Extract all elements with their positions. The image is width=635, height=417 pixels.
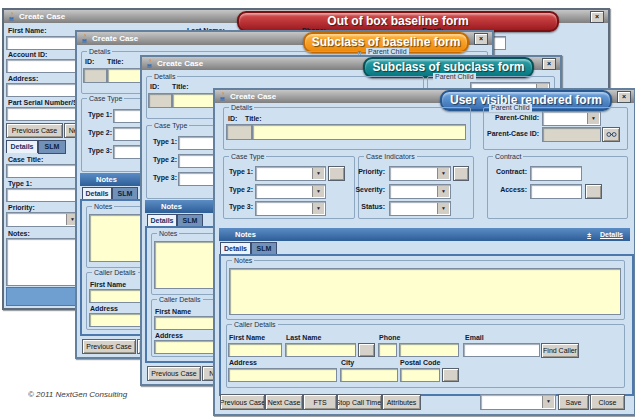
type3-label: Type 3:: [229, 203, 253, 211]
notes-textarea[interactable]: [6, 238, 78, 286]
close-icon[interactable]: ×: [474, 33, 488, 45]
stop-call-timer-button[interactable]: Stop Call Timer: [337, 394, 382, 410]
part-serial-input[interactable]: [6, 107, 78, 121]
id-label: ID:: [85, 58, 94, 66]
close-icon[interactable]: ×: [590, 11, 604, 23]
tab-details[interactable]: Details: [6, 140, 38, 153]
last-name-lookup-button[interactable]: [358, 343, 375, 357]
first-name-label: First Name:: [8, 27, 47, 35]
notes-section-header[interactable]: Notes ± Details: [219, 228, 630, 241]
chevron-down-icon[interactable]: ▼: [312, 203, 324, 214]
address-label: Address: [229, 359, 257, 367]
fts-button[interactable]: FTS: [303, 394, 337, 410]
priority-select[interactable]: ▼: [6, 212, 80, 227]
first-name-input[interactable]: [6, 36, 78, 50]
chevron-down-icon[interactable]: ▼: [312, 168, 324, 179]
type1-input[interactable]: [6, 188, 78, 202]
first-name-label: First Name: [229, 334, 265, 342]
severity-select[interactable]: ▼: [389, 184, 451, 199]
id-input: [226, 124, 252, 140]
title-label: Title:: [245, 115, 262, 123]
banner-out-of-box: Out of box baseline form: [237, 11, 559, 32]
case-title-input[interactable]: [6, 164, 78, 178]
details-group-label: Details: [87, 48, 112, 56]
type2-label: Type 2:: [229, 186, 253, 194]
close-button[interactable]: Close: [590, 394, 625, 410]
save-button[interactable]: Save: [558, 394, 589, 410]
title-input[interactable]: [252, 124, 466, 140]
notes-group-label: Notes: [157, 230, 179, 238]
postal-code-label: Postal Code: [400, 359, 440, 367]
priority-label: Priority:: [8, 204, 35, 212]
city-input[interactable]: [340, 368, 398, 382]
parent-child-group-label: Parent Child: [433, 73, 476, 81]
chevron-down-icon[interactable]: ▼: [542, 396, 554, 408]
chevron-down-icon[interactable]: ▼: [437, 203, 449, 214]
parent-case-id-label: Parent-Case ID:: [487, 130, 539, 138]
type1-label: Type 1:: [229, 168, 253, 176]
first-name-input[interactable]: [228, 343, 282, 357]
email-input[interactable]: [463, 343, 540, 357]
details-group-label: Details: [152, 73, 177, 81]
type1-label: Type 1:: [8, 180, 32, 188]
previous-case-button[interactable]: Previous Case: [82, 339, 136, 354]
previous-case-button[interactable]: Previous Case: [220, 394, 265, 410]
type2-select[interactable]: ▼: [255, 184, 326, 199]
phone-label: Phone: [379, 334, 400, 342]
notes-label: Notes:: [8, 230, 30, 238]
close-icon[interactable]: ×: [617, 91, 631, 103]
attributes-button[interactable]: Attributes: [382, 394, 421, 410]
postal-code-lookup-button[interactable]: [442, 368, 459, 382]
type2-label: Type 2:: [88, 129, 112, 137]
id-label: ID:: [228, 115, 237, 123]
phone-area-input[interactable]: [378, 343, 397, 357]
caller-details-group-label: Caller Details: [92, 269, 138, 277]
eyeglasses-icon: [606, 131, 617, 138]
account-id-input[interactable]: [6, 59, 78, 73]
parent-child-label: Parent-Child:: [487, 114, 539, 122]
find-caller-button[interactable]: Find Caller: [541, 343, 579, 358]
postal-code-input[interactable]: [400, 368, 440, 382]
last-name-input[interactable]: [285, 343, 356, 357]
previous-case-button[interactable]: Previous Case: [6, 123, 63, 138]
contract-input[interactable]: [530, 166, 582, 181]
phone-number-input[interactable]: [399, 343, 459, 357]
status-label: Status:: [335, 203, 385, 211]
type1-select[interactable]: ▼: [255, 166, 326, 181]
access-lookup-button[interactable]: [585, 184, 602, 199]
caller-details-group-label: Caller Details: [232, 321, 278, 329]
toolbar-select[interactable]: ▼: [480, 394, 556, 410]
notes-textarea[interactable]: [229, 268, 621, 315]
email-label: Email: [465, 334, 484, 342]
next-case-button[interactable]: Next Case: [265, 394, 303, 410]
priority-label: Priority:: [335, 168, 385, 176]
window-title: Create Case: [230, 92, 276, 101]
case-type-group-label: Case Type: [229, 153, 266, 161]
address-input[interactable]: [6, 83, 78, 97]
priority-select[interactable]: ▼: [389, 166, 451, 181]
first-name-label: First Name: [155, 308, 191, 316]
tab-slm[interactable]: SLM: [38, 140, 66, 154]
access-input[interactable]: [530, 184, 582, 199]
parent-child-select[interactable]: ▼: [542, 111, 601, 126]
type1-label: Type 1:: [153, 138, 177, 146]
lookup-parent-case-button[interactable]: [602, 127, 620, 142]
address-label: Address:: [8, 75, 38, 83]
address-input[interactable]: [228, 368, 337, 382]
notes-details-link[interactable]: Details: [600, 228, 623, 241]
close-icon[interactable]: ×: [542, 58, 556, 70]
chevron-down-icon[interactable]: ▼: [437, 186, 449, 197]
chevron-down-icon[interactable]: ▼: [587, 113, 599, 124]
notes-section-title: Notes: [219, 228, 587, 241]
chevron-down-icon[interactable]: ▼: [437, 168, 449, 179]
case-type-group-label: Case Type: [152, 122, 189, 130]
window-rendered-form: Create Case × User visible rendered form…: [213, 88, 635, 416]
status-select[interactable]: ▼: [389, 201, 451, 216]
contract-group-label: Contract: [493, 153, 523, 161]
java-icon: [145, 59, 154, 68]
previous-case-button[interactable]: Previous Case: [147, 366, 201, 381]
collapse-icon[interactable]: ±: [587, 228, 591, 241]
type3-select[interactable]: ▼: [255, 201, 326, 216]
chevron-down-icon[interactable]: ▼: [312, 186, 324, 197]
priority-lookup-button[interactable]: [453, 166, 469, 181]
